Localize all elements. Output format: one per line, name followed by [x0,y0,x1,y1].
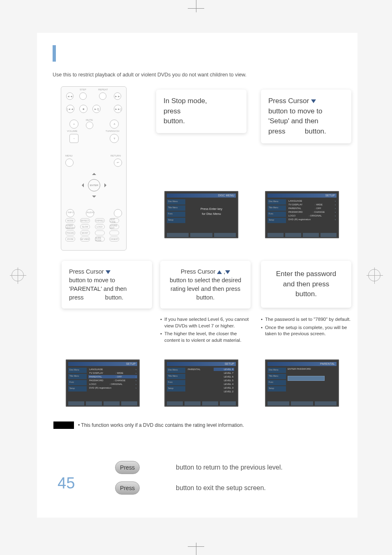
remote-grid-btn: SLIDE MODE [95,237,105,242]
remote-grid-btn: MO/ST [80,230,90,235]
remote-grid-btn [95,230,105,235]
tv-header-right: SETUP [325,194,335,197]
tv-menu-label: TV DISPLAY [89,372,103,374]
remote-grid-btn: SOUND EDIT [109,224,119,229]
tv-header-right: SETUP [225,362,234,366]
tv-footer [167,233,236,237]
remote-grid-btn: EFFECT [80,218,90,223]
tv-sidebar: Disc Menu Title Menu Func Setup [167,199,185,232]
tv-tab: Title Menu [267,205,286,211]
tv-menu-label: DVD (R) registration [288,218,311,221]
tv-tab: Disc Menu [267,368,286,373]
tv-tab: Title Menu [167,374,185,379]
tv-screen-5: PARENTAL Disc Menu Title Menu Func Setup… [265,359,339,407]
remote-grid-btn: DIGEST [109,237,119,242]
tv-tab: Disc Menu [267,199,286,205]
note-row: • This function works only if a DVD disc… [53,421,244,429]
step-4-comma: , [222,268,225,275]
step-1-box: In Stop mode, press button. [156,90,247,133]
tv-level-item: LEVEL 2 [214,390,234,393]
tv-level-item: LEVEL 5 [214,379,234,382]
remote-btn-mute [86,122,93,129]
remote-label-audio: AUDIO [87,211,95,214]
tv-footer [267,401,337,405]
tv-level-item: LEVEL 7 [214,371,234,375]
press-return-row: Press button to return to the previous l… [115,461,283,474]
tv-header-right: PARENTAL [320,362,335,366]
tv-password-prompt: ENTER PASSWORD [288,368,337,370]
tv-header: SETUP [68,362,137,366]
remote-label-repeat: REPEAT [98,88,108,91]
tv-menu-val: : WIDE [315,203,323,206]
remote-grid-btn: EZ VIEW [80,237,90,242]
press-exit-text: button to exit the setup screen. [176,484,266,492]
tv-footer [267,233,337,237]
cursor-down-icon [311,99,316,103]
tv-tab: Title Menu [68,374,87,379]
step-2-line3a: press [268,127,286,135]
remote-bottom-grid: MODE EFFECT DSP/EQ TEST TONE TUNER MEMOR… [65,218,123,242]
tv-tab: Func [167,380,185,385]
remote-btn-repeat [99,92,106,100]
remote-grid-btn: LOGO [95,224,105,229]
bullet-item: The password is set to "7890" by default… [261,316,353,323]
tv-footer [68,401,137,405]
tv-sidebar: Disc Menu Title Menu Func Setup [267,368,286,400]
remote-grid-btn: DSP/EQ [95,218,105,223]
press-exit-button: Press [115,481,140,495]
tv-menu-label: PARENTAL [89,375,102,378]
tv-tab: Setup [167,386,185,391]
step-5-box: Enter the password and then press button… [261,261,351,308]
remote-grid-btn: P.SCAN [65,230,75,235]
remote-dpad: ENTER [78,169,111,202]
tv-header: SETUP [267,193,337,198]
remote-btn-rewind: ◄◄ [66,92,74,100]
step-2-line3b: button. [305,127,326,135]
tv-header: DISC MENU [167,193,236,198]
remote-btn-enter: ENTER [88,179,100,191]
tv-menu-val: : WIDE [115,372,123,374]
step-3-line3b: button. [105,294,123,301]
remote-label-tuning: TUNING/CH [106,130,119,132]
tv-header-right: SETUP [126,362,136,366]
tv-tab: Func [267,380,286,385]
step-5-line3: button. [268,289,344,299]
tv-screen-4: SETUP Disc Menu Title Menu Func Setup PA… [164,359,238,407]
step-4-line3: button. [168,293,243,302]
tv-tab: Disc Menu [167,199,185,205]
remote-label-step: STEP [80,88,86,91]
tv-menu-label: PASSWORD [288,211,303,213]
remote-btn-forward: ►► [114,92,121,100]
step-4-line2: rating level and then press [168,285,243,293]
remote-label-info: INFO [68,211,74,214]
step-2-box: Press Cursor button to move to 'Setup' a… [261,90,351,143]
tv-menu-label: TV DISPLAY [288,203,302,206]
tv-menu-val: : OFF [315,207,321,210]
tv-menu-val: : CHANGE [113,379,125,382]
step-3-line1: Press Cursor [69,267,145,276]
step-2-line1b: button to move to [268,106,344,117]
tv-center-line: Press Enter key [187,207,236,212]
tv-level-item: LEVEL 3 [214,386,234,389]
tv-screen-3: SETUP Disc Menu Title Menu Func Setup LA… [66,359,140,407]
bullet-item: The higher the level, the closer the con… [160,331,253,343]
bullet-item: Once the setup is complete, you will be … [261,325,353,337]
bullets-step-4: If you have selected Level 6, you cannot… [160,316,253,345]
remote-btn-subtitle [114,209,122,217]
remote-btn-step [79,92,87,100]
cursor-down-icon [225,270,230,274]
step-5-line1: Enter the password [268,269,344,279]
remote-label-menu: MENU [65,154,73,157]
page: Use this to restrict playback of adult o… [37,33,357,518]
tv-menu-label: LANGUAGE [288,200,302,202]
step-3-line3: press button. [69,293,145,302]
tv-center-line: for Disc Menu [187,212,236,216]
page-number: 45 [58,474,75,492]
step-1-line2: press [164,106,239,117]
tv-menu-label: PASSWORD [89,379,104,382]
step-2-line2: 'Setup' and then [268,116,344,127]
cursor-down-icon [92,196,96,200]
tv-menu-val: : ORIGINAL [109,383,122,385]
press-return-button: Press [115,461,140,474]
bullet-text: The higher the level, the closer the con… [164,331,253,343]
